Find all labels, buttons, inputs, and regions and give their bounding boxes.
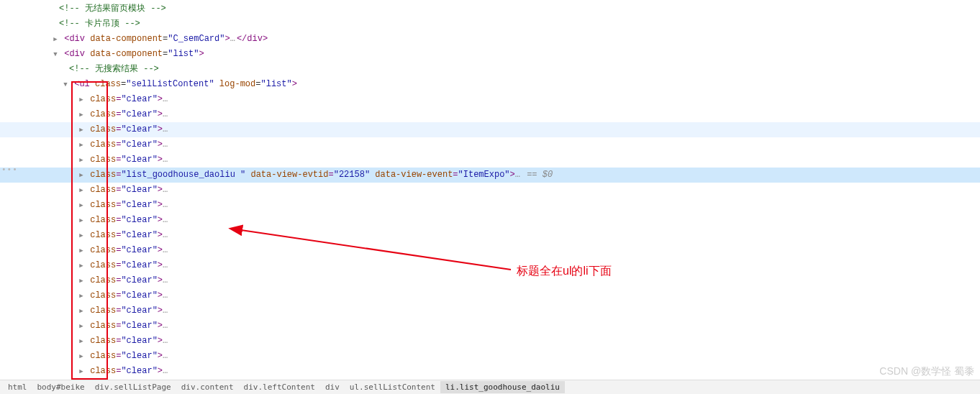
breadcrumb[interactable]: htmlbody#beikediv.sellListPagediv.conten… — [0, 380, 980, 394]
dom-node-li[interactable]: ▶ class="clear">… — [0, 364, 980, 379]
dom-node-li[interactable]: ▶ class="clear">… — [0, 303, 980, 319]
dom-node-li[interactable]: ▶ class="clear">… — [0, 273, 980, 288]
comment-line: <!-- 卡片吊顶 --> — [0, 17, 980, 32]
dom-node-li[interactable]: ▶ class="clear">… — [0, 198, 980, 213]
expand-arrow-icon[interactable]: ▶ — [78, 246, 85, 257]
expand-arrow-icon[interactable]: ▶ — [78, 201, 85, 212]
breadcrumb-item[interactable]: div.sellListPage — [90, 381, 176, 393]
dom-node-li[interactable]: ▶ class="clear">… — [0, 243, 980, 258]
expand-arrow-icon[interactable]: ▶ — [78, 306, 85, 318]
dom-node-li[interactable]: ▶ class="clear">… — [0, 349, 980, 364]
expand-arrow-icon[interactable]: ▶ — [78, 276, 85, 288]
collapse-arrow-icon[interactable]: ▼ — [52, 50, 59, 61]
gutter-menu-icon[interactable]: ••• — [1, 165, 18, 174]
dom-node-li[interactable]: ▶ class="clear">… — [0, 258, 980, 273]
dom-tree: <!-- 无结果留页模块 --> <!-- 卡片吊顶 --> ▶ <div da… — [0, 0, 980, 379]
annotation-label: 标题全在ul的li下面 — [517, 264, 612, 279]
expand-arrow-icon[interactable]: ▶ — [52, 35, 59, 46]
breadcrumb-item[interactable]: body#beike — [32, 381, 90, 393]
expand-arrow-icon[interactable]: ▶ — [78, 140, 85, 152]
breadcrumb-item[interactable]: ul.sellListContent — [345, 381, 440, 393]
breadcrumb-item[interactable]: li.list_goodhouse_daoliu — [440, 381, 565, 393]
breadcrumb-item[interactable]: div.leftContent — [239, 381, 320, 393]
collapse-arrow-icon[interactable]: ▼ — [62, 80, 69, 91]
dom-node-ul[interactable]: ▼ <ul class="sellListContent" log-mod="l… — [0, 77, 980, 92]
breadcrumb-item[interactable]: html — [3, 381, 32, 393]
dom-node-li[interactable]: ▶ class="clear">… — [0, 183, 980, 198]
breadcrumb-item[interactable]: div — [320, 381, 345, 393]
dom-node-li[interactable]: ▶ class="clear">… — [0, 122, 980, 137]
expand-arrow-icon[interactable]: ▶ — [78, 216, 85, 227]
dom-node-li[interactable]: ▶ class="clear">… — [0, 152, 980, 168]
dom-node-li[interactable]: ▶ class="clear">… — [0, 107, 980, 122]
dom-node-li[interactable]: ▶ class="clear">… — [0, 334, 980, 349]
dom-node-div[interactable]: ▼ <div data-component="list"> — [0, 47, 980, 62]
dom-node-li[interactable]: ▶ class="clear">… — [0, 319, 980, 334]
expand-arrow-icon[interactable]: ▶ — [78, 155, 85, 167]
expand-arrow-icon[interactable]: ▶ — [78, 291, 85, 303]
dom-node-li[interactable]: ▶ class="clear">… — [0, 137, 980, 152]
expand-arrow-icon[interactable]: ▶ — [78, 261, 85, 272]
expand-arrow-icon[interactable]: ▶ — [78, 95, 85, 106]
dom-node-li[interactable]: ▶ class="list_goodhouse_daoliu " data-vi… — [0, 168, 980, 183]
dom-node-li[interactable]: ▶ class="clear">… — [0, 288, 980, 303]
comment-line: <!-- 无搜索结果 --> — [0, 62, 980, 77]
expand-arrow-icon[interactable]: ▶ — [78, 367, 85, 378]
dom-node-div[interactable]: ▶ <div data-component="C_semCard">…</div… — [0, 32, 980, 47]
dom-node-li[interactable]: ▶ class="clear">… — [0, 213, 980, 228]
expand-arrow-icon[interactable]: ▶ — [78, 125, 85, 137]
expand-arrow-icon[interactable]: ▶ — [78, 110, 85, 122]
dom-node-li[interactable]: ▶ class="clear">… — [0, 92, 980, 107]
expand-arrow-icon[interactable]: ▶ — [78, 321, 85, 333]
breadcrumb-item[interactable]: div.content — [176, 381, 239, 393]
expand-arrow-icon[interactable]: ▶ — [78, 352, 85, 363]
dom-node-li[interactable]: ▶ class="clear">… — [0, 228, 980, 243]
expand-arrow-icon[interactable]: ▶ — [78, 336, 85, 348]
expand-arrow-icon[interactable]: ▶ — [78, 185, 85, 197]
comment-line: <!-- 无结果留页模块 --> — [0, 1, 980, 17]
expand-arrow-icon[interactable]: ▶ — [78, 231, 85, 242]
expand-arrow-icon[interactable]: ▶ — [78, 170, 85, 182]
